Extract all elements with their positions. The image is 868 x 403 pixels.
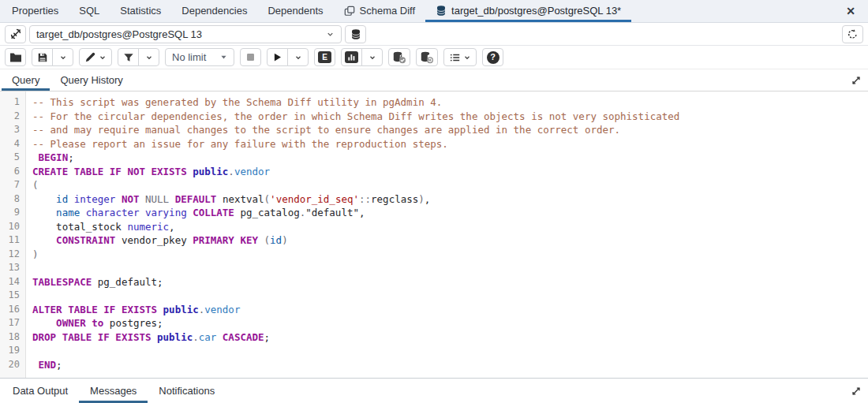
connection-status-button[interactable] [5,25,26,43]
rollback-icon [420,51,434,64]
explain-analyze-icon [345,51,358,63]
code-line[interactable]: CONSTRAINT vendor_pkey PRIMARY KEY (id) [32,233,868,248]
query-tool-window: Properties SQL Statistics Dependencies D… [0,0,868,403]
line-number: 16 [0,303,20,317]
code-line[interactable]: id integer NOT NULL DEFAULT nextval('ven… [32,192,868,207]
line-number: 6 [0,165,20,179]
expand-icon [851,75,862,86]
tab-schema-diff[interactable]: Schema Diff [334,0,426,22]
line-number: 10 [0,220,20,234]
tab-messages[interactable]: Messages [79,379,148,403]
rollback-button[interactable] [416,48,438,66]
line-number: 13 [0,261,20,275]
open-file-button[interactable] [5,48,26,66]
tab-dependents[interactable]: Dependents [257,0,333,22]
edit-button[interactable] [79,48,112,66]
query-toolbar: No limit E [0,46,868,69]
schema-diff-icon [344,6,355,17]
line-number: 14 [0,275,20,289]
code-lines[interactable]: -- This script was generated by the Sche… [26,91,868,378]
execute-options-button[interactable] [287,48,309,66]
new-connection-button[interactable] [345,25,366,43]
save-options-button[interactable] [52,48,73,66]
sql-editor[interactable]: 1234567891011121314151617181920 -- This … [0,91,868,378]
line-number: 2 [0,110,20,124]
expand-icon [851,386,862,397]
database-icon [436,5,447,17]
tab-sql[interactable]: SQL [69,0,110,22]
output-tab-bar: Data Output Messages Notifications [0,378,868,403]
expand-output-button[interactable] [844,379,868,403]
macro-button[interactable] [443,48,477,66]
code-line[interactable] [32,344,868,358]
chevron-down-icon [369,54,376,62]
line-number: 8 [0,192,20,207]
reset-layout-icon [847,28,859,40]
explain-analyze-group [341,48,383,66]
chevron-down-icon [294,54,302,62]
line-number: 18 [0,330,20,345]
reset-layout-button[interactable] [842,25,863,43]
code-line[interactable]: DROP TABLE IF EXISTS public.car CASCADE; [32,330,868,345]
tab-label: Notifications [159,385,215,397]
save-button[interactable] [32,48,53,66]
tab-label: Messages [90,385,137,397]
cancel-query-button[interactable] [240,48,261,66]
tab-dependencies[interactable]: Dependencies [171,0,257,22]
chevron-down-icon [463,54,471,62]
line-number: 3 [0,123,20,137]
code-line[interactable]: ( [32,178,868,192]
code-line[interactable]: name character varying COLLATE pg_catalo… [32,206,868,220]
code-line[interactable]: -- For the circular dependencies, the or… [32,110,868,124]
row-limit-select[interactable]: No limit [165,48,234,66]
code-line[interactable]: ) [32,248,868,262]
explain-analyze-button[interactable] [341,48,362,66]
code-line[interactable] [32,261,868,275]
caret-down-icon [220,54,227,61]
close-icon[interactable]: ✕ [843,4,859,18]
tab-label: Schema Diff [360,5,416,17]
tab-properties[interactable]: Properties [2,0,69,22]
code-line[interactable]: TABLESPACE pg_default; [32,275,868,289]
code-line[interactable]: BEGIN; [32,151,868,165]
code-line[interactable]: CREATE TABLE IF NOT EXISTS public.vendor [32,165,868,179]
help-icon: ? [487,51,499,64]
chevron-down-icon [59,54,67,62]
code-line[interactable]: OWNER to postgres; [32,316,868,330]
tab-query-history[interactable]: Query History [50,69,133,91]
tab-label: Statistics [120,5,161,17]
filter-options-button[interactable] [138,48,159,66]
code-line[interactable]: total_stock numeric, [32,220,868,234]
tab-data-output[interactable]: Data Output [2,379,79,403]
tab-label: Properties [12,5,58,17]
chevron-down-icon [326,30,335,39]
tab-query[interactable]: Query [2,69,50,91]
editor-tab-bar: Query Query History [0,69,868,91]
code-line[interactable]: -- Please report an issue for any failur… [32,137,868,151]
tab-label: SQL [79,5,99,17]
tab-statistics[interactable]: Statistics [110,0,171,22]
code-line[interactable]: ALTER TABLE IF EXISTS public.vendor [32,303,868,317]
edit-icon [84,51,96,63]
code-line[interactable] [32,289,868,303]
execute-button[interactable] [267,48,288,66]
explain-button[interactable]: E [314,48,335,66]
line-number: 19 [0,344,20,358]
explain-options-button[interactable] [361,48,383,66]
line-number: 15 [0,289,20,303]
filter-button-group [118,48,159,66]
tab-query-tool[interactable]: target_db/postgres@PostgreSQL 13* [425,0,631,22]
code-line[interactable]: -- This script was generated by the Sche… [32,95,868,110]
line-number: 5 [0,151,20,165]
filter-button[interactable] [118,48,139,66]
code-line[interactable]: -- and may require manual changes to the… [32,123,868,137]
help-button[interactable]: ? [482,48,503,66]
code-line[interactable]: END; [32,358,868,372]
tab-notifications[interactable]: Notifications [148,379,226,403]
expand-editor-button[interactable] [844,69,868,91]
commit-button[interactable] [388,48,410,66]
filter-icon [123,52,134,63]
connection-select[interactable]: target_db/postgres@PostgreSQL 13 [29,25,342,43]
line-number: 12 [0,248,20,262]
execute-icon [272,52,282,62]
